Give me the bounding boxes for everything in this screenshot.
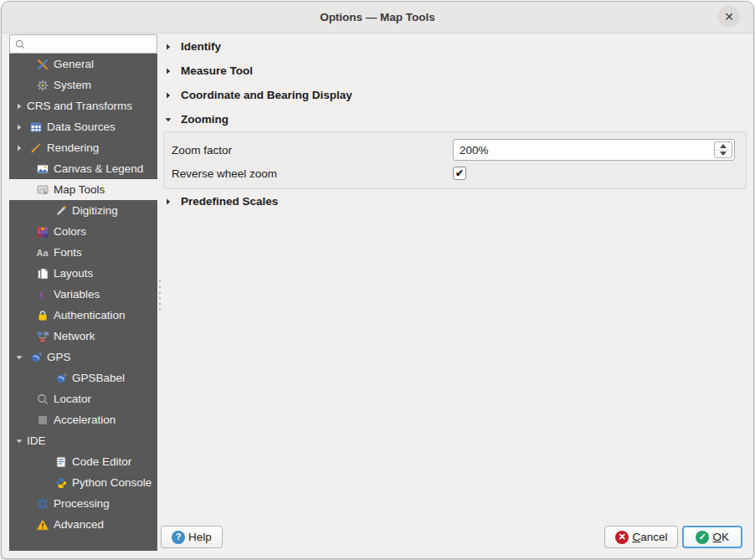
processing-icon <box>36 497 49 511</box>
chevron-right-icon <box>163 42 173 52</box>
general-icon <box>36 58 49 71</box>
zoom-factor-label: Zoom factor <box>172 144 453 157</box>
sidebar-search[interactable] <box>9 34 157 54</box>
chevron-down-icon <box>163 115 173 125</box>
system-icon <box>36 79 49 92</box>
reverse-wheel-row: Reverse wheel zoom ✔ <box>172 167 738 180</box>
sidebar-item-authentication[interactable]: Authentication <box>9 305 157 326</box>
advanced-icon <box>36 518 49 532</box>
ok-icon: ✓ <box>696 531 709 544</box>
sidebar-item-python-console[interactable]: Python Console <box>9 472 157 493</box>
spin-down-icon[interactable] <box>715 151 732 158</box>
sidebar-item-general[interactable]: General <box>9 54 157 74</box>
sidebar-item-gps[interactable]: GPS <box>9 347 157 367</box>
cancel-icon: ✕ <box>615 531 629 544</box>
sidebar-item-label: Network <box>54 330 95 342</box>
zooming-group: Zoom factor Reverse wheel zoom ✔ <box>163 131 747 189</box>
sidebar-item-label: Python Console <box>72 476 152 489</box>
sidebar-item-label: Code Editor <box>72 455 131 468</box>
sidebar-item-ide[interactable]: IDE <box>9 430 157 451</box>
layouts-icon <box>36 267 49 280</box>
sidebar-item-advanced[interactable]: Advanced <box>9 514 157 535</box>
gps-icon <box>29 351 43 364</box>
network-icon <box>36 330 49 343</box>
authentication-icon <box>36 309 49 322</box>
sidebar-tree: GeneralSystemCRS and TransformsData Sour… <box>9 54 157 551</box>
map-tools-icon <box>36 183 49 197</box>
svg-text:Aa: Aa <box>37 248 49 258</box>
sidebar-item-label: Acceleration <box>54 414 116 426</box>
button-bar: ?Help ✕Cancel ✓OK <box>161 526 742 548</box>
fonts-icon: Aa <box>36 246 49 259</box>
help-icon: ? <box>172 531 185 544</box>
search-icon <box>14 39 26 50</box>
sidebar-item-acceleration[interactable]: Acceleration <box>9 409 157 430</box>
section-zooming[interactable]: Zooming <box>161 107 749 131</box>
code-editor-icon <box>54 455 68 469</box>
zoom-factor-spinbox[interactable] <box>453 139 735 161</box>
sidebar-item-layouts[interactable]: Layouts <box>9 263 157 284</box>
sidebar-item-label: CRS and Transforms <box>27 100 132 112</box>
sidebar-item-network[interactable]: Network <box>9 326 157 347</box>
sidebar-item-code-editor[interactable]: Code Editor <box>9 451 157 472</box>
section-label: Measure Tool <box>181 64 253 77</box>
sidebar-item-canvas-and-legend[interactable]: Canvas & Legend <box>9 158 157 179</box>
sidebar-item-label: System <box>54 79 91 91</box>
sidebar-item-digitizing[interactable]: Digitizing <box>9 200 157 221</box>
sidebar-item-label: GPS <box>47 351 71 363</box>
section-measure-tool[interactable]: Measure Tool <box>161 59 749 83</box>
sidebar-item-system[interactable]: System <box>9 74 157 95</box>
svg-text:Ɛ: Ɛ <box>39 289 45 301</box>
sidebar-item-gpsbabel[interactable]: GPSBabel <box>9 367 157 388</box>
spin-up-icon[interactable] <box>715 142 732 151</box>
sidebar-item-label: Processing <box>54 497 110 510</box>
chevron-right-icon <box>163 90 173 100</box>
section-predefined-scales[interactable]: Predefined Scales <box>161 189 749 213</box>
sidebar-item-processing[interactable]: Processing <box>9 493 157 514</box>
canvas-legend-icon <box>36 162 49 176</box>
rendering-icon <box>29 141 43 155</box>
zoom-factor-input[interactable] <box>453 139 735 161</box>
section-identify[interactable]: Identify <box>161 34 749 59</box>
sidebar-item-map-tools[interactable]: Map Tools <box>9 179 157 200</box>
help-button[interactable]: ?Help <box>161 526 223 548</box>
sidebar-item-variables[interactable]: ƐVariables <box>9 284 157 305</box>
reverse-wheel-label: Reverse wheel zoom <box>172 167 453 180</box>
sidebar-item-fonts[interactable]: AaFonts <box>9 242 157 263</box>
acceleration-icon <box>36 414 49 427</box>
sidebar-item-label: Rendering <box>47 141 99 154</box>
title-bar: Options — Map Tools ✕ <box>2 2 753 33</box>
sidebar-item-rendering[interactable]: Rendering <box>9 137 157 158</box>
chevron-right-icon[interactable] <box>13 142 25 154</box>
ok-button[interactable]: ✓OK <box>682 526 742 548</box>
chevron-down-icon[interactable] <box>13 435 25 447</box>
reverse-wheel-checkbox[interactable]: ✔ <box>453 167 466 180</box>
sidebar-item-label: Locator <box>54 393 91 405</box>
sidebar-item-locator[interactable]: Locator <box>9 388 157 409</box>
sidebar-item-label: Canvas & Legend <box>54 162 143 175</box>
chevron-down-icon[interactable] <box>13 352 25 363</box>
sidebar-item-label: Map Tools <box>54 183 105 196</box>
section-label: Zooming <box>181 113 229 126</box>
sidebar-item-label: IDE <box>27 434 46 447</box>
close-icon[interactable]: ✕ <box>718 6 740 28</box>
chevron-right-icon[interactable] <box>13 100 25 112</box>
sidebar-item-data-sources[interactable]: Data Sources <box>9 116 157 137</box>
options-dialog: Options — Map Tools ✕ GeneralSystemCRS a… <box>1 1 754 559</box>
main-panel: IdentifyMeasure ToolCoordinate and Beari… <box>161 34 749 520</box>
zoom-factor-row: Zoom factor <box>172 139 738 161</box>
sidebar-item-label: Fonts <box>54 246 82 259</box>
chevron-right-icon[interactable] <box>13 121 25 133</box>
sidebar-item-colors[interactable]: Colors <box>9 221 157 242</box>
section-coordinate-bearing[interactable]: Coordinate and Bearing Display <box>161 83 749 107</box>
sidebar-item-label: Authentication <box>54 309 126 321</box>
section-label: Identify <box>181 40 221 53</box>
cancel-button[interactable]: ✕Cancel <box>604 526 678 548</box>
sidebar-item-label: Variables <box>54 288 100 301</box>
data-sources-icon <box>29 121 43 134</box>
sidebar-item-crs-and-transforms[interactable]: CRS and Transforms <box>9 95 157 116</box>
sidebar-item-label: Advanced <box>54 518 104 531</box>
zoom-factor-spin-buttons <box>714 141 732 158</box>
chevron-right-icon <box>163 197 173 207</box>
sidebar-item-label: General <box>54 58 94 70</box>
